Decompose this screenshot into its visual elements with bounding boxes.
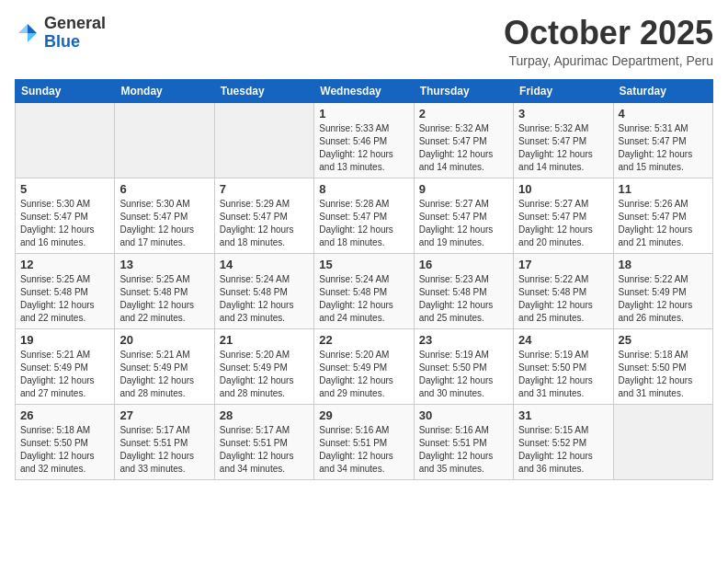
calendar-day-header: Wednesday <box>314 79 414 102</box>
calendar-cell: 15Sunrise: 5:24 AM Sunset: 5:48 PM Dayli… <box>314 253 414 328</box>
day-info: Sunrise: 5:32 AM Sunset: 5:47 PM Dayligh… <box>419 122 508 174</box>
calendar-cell: 5Sunrise: 5:30 AM Sunset: 5:47 PM Daylig… <box>16 178 115 253</box>
day-info: Sunrise: 5:19 AM Sunset: 5:50 PM Dayligh… <box>419 349 508 400</box>
logo: General Blue <box>15 15 106 52</box>
calendar-day-header: Friday <box>514 79 613 102</box>
day-info: Sunrise: 5:31 AM Sunset: 5:47 PM Dayligh… <box>619 122 708 174</box>
calendar-cell: 22Sunrise: 5:20 AM Sunset: 5:49 PM Dayli… <box>314 328 414 404</box>
day-info: Sunrise: 5:16 AM Sunset: 5:51 PM Dayligh… <box>319 424 408 476</box>
calendar-cell: 13Sunrise: 5:25 AM Sunset: 5:48 PM Dayli… <box>115 253 214 328</box>
calendar-cell: 28Sunrise: 5:17 AM Sunset: 5:51 PM Dayli… <box>214 404 313 479</box>
day-info: Sunrise: 5:28 AM Sunset: 5:47 PM Dayligh… <box>319 198 408 249</box>
calendar-cell <box>214 102 313 178</box>
page-header: General Blue October 2025 Turpay, Apurim… <box>15 15 713 68</box>
day-info: Sunrise: 5:24 AM Sunset: 5:48 PM Dayligh… <box>319 273 408 325</box>
svg-marker-1 <box>28 33 37 42</box>
svg-marker-0 <box>28 24 37 33</box>
day-number: 2 <box>419 107 508 121</box>
day-number: 30 <box>419 408 508 422</box>
logo-general: General <box>44 14 106 32</box>
day-number: 4 <box>619 107 708 121</box>
day-number: 5 <box>20 182 109 196</box>
day-number: 23 <box>419 333 508 347</box>
day-number: 16 <box>419 258 508 271</box>
day-info: Sunrise: 5:25 AM Sunset: 5:48 PM Dayligh… <box>20 273 109 325</box>
calendar-cell: 3Sunrise: 5:32 AM Sunset: 5:47 PM Daylig… <box>514 102 613 178</box>
calendar-cell: 24Sunrise: 5:19 AM Sunset: 5:50 PM Dayli… <box>514 328 613 404</box>
day-info: Sunrise: 5:16 AM Sunset: 5:51 PM Dayligh… <box>419 424 508 476</box>
day-number: 13 <box>119 258 209 271</box>
calendar-day-header: Monday <box>115 79 214 102</box>
calendar-day-header: Thursday <box>414 79 513 102</box>
day-number: 8 <box>319 182 408 196</box>
day-number: 24 <box>518 333 608 347</box>
title-block: October 2025 Turpay, Apurimac Department… <box>504 15 713 68</box>
day-info: Sunrise: 5:18 AM Sunset: 5:50 PM Dayligh… <box>619 349 708 400</box>
calendar-week-row: 5Sunrise: 5:30 AM Sunset: 5:47 PM Daylig… <box>16 178 713 253</box>
calendar-cell: 1Sunrise: 5:33 AM Sunset: 5:46 PM Daylig… <box>314 102 414 178</box>
calendar-week-row: 1Sunrise: 5:33 AM Sunset: 5:46 PM Daylig… <box>16 102 713 178</box>
day-number: 7 <box>220 182 309 196</box>
day-info: Sunrise: 5:22 AM Sunset: 5:48 PM Dayligh… <box>518 273 608 325</box>
day-info: Sunrise: 5:20 AM Sunset: 5:49 PM Dayligh… <box>319 349 408 400</box>
calendar-cell: 17Sunrise: 5:22 AM Sunset: 5:48 PM Dayli… <box>514 253 613 328</box>
day-number: 29 <box>319 408 408 422</box>
calendar-day-header: Tuesday <box>214 79 313 102</box>
day-info: Sunrise: 5:25 AM Sunset: 5:48 PM Dayligh… <box>119 273 209 325</box>
day-number: 21 <box>220 333 309 347</box>
calendar-cell: 31Sunrise: 5:15 AM Sunset: 5:52 PM Dayli… <box>514 404 613 479</box>
calendar-cell: 6Sunrise: 5:30 AM Sunset: 5:47 PM Daylig… <box>115 178 214 253</box>
day-info: Sunrise: 5:23 AM Sunset: 5:48 PM Dayligh… <box>419 273 508 325</box>
day-number: 31 <box>518 408 608 422</box>
day-info: Sunrise: 5:18 AM Sunset: 5:50 PM Dayligh… <box>20 424 109 476</box>
calendar-cell: 20Sunrise: 5:21 AM Sunset: 5:49 PM Dayli… <box>115 328 214 404</box>
calendar-week-row: 19Sunrise: 5:21 AM Sunset: 5:49 PM Dayli… <box>16 328 713 404</box>
day-info: Sunrise: 5:32 AM Sunset: 5:47 PM Dayligh… <box>518 122 608 174</box>
day-info: Sunrise: 5:20 AM Sunset: 5:49 PM Dayligh… <box>220 349 309 400</box>
month-title: October 2025 <box>504 15 713 52</box>
calendar-cell: 30Sunrise: 5:16 AM Sunset: 5:51 PM Dayli… <box>414 404 513 479</box>
calendar-cell: 16Sunrise: 5:23 AM Sunset: 5:48 PM Dayli… <box>414 253 513 328</box>
day-number: 20 <box>119 333 209 347</box>
calendar-cell: 29Sunrise: 5:16 AM Sunset: 5:51 PM Dayli… <box>314 404 414 479</box>
day-info: Sunrise: 5:27 AM Sunset: 5:47 PM Dayligh… <box>419 198 508 249</box>
day-info: Sunrise: 5:26 AM Sunset: 5:47 PM Dayligh… <box>619 198 708 249</box>
calendar-day-header: Saturday <box>613 79 712 102</box>
day-info: Sunrise: 5:15 AM Sunset: 5:52 PM Dayligh… <box>518 424 608 476</box>
calendar-cell: 18Sunrise: 5:22 AM Sunset: 5:49 PM Dayli… <box>613 253 712 328</box>
logo-text: General Blue <box>44 15 106 52</box>
calendar-cell: 19Sunrise: 5:21 AM Sunset: 5:49 PM Dayli… <box>16 328 115 404</box>
day-info: Sunrise: 5:19 AM Sunset: 5:50 PM Dayligh… <box>518 349 608 400</box>
calendar-cell: 7Sunrise: 5:29 AM Sunset: 5:47 PM Daylig… <box>214 178 313 253</box>
calendar-cell: 27Sunrise: 5:17 AM Sunset: 5:51 PM Dayli… <box>115 404 214 479</box>
logo-icon <box>15 20 40 46</box>
svg-marker-2 <box>18 24 28 33</box>
day-number: 10 <box>518 182 608 196</box>
calendar-cell: 2Sunrise: 5:32 AM Sunset: 5:47 PM Daylig… <box>414 102 513 178</box>
day-info: Sunrise: 5:22 AM Sunset: 5:49 PM Dayligh… <box>619 273 708 325</box>
day-number: 1 <box>319 107 408 121</box>
calendar-cell: 23Sunrise: 5:19 AM Sunset: 5:50 PM Dayli… <box>414 328 513 404</box>
calendar-cell <box>115 102 214 178</box>
day-number: 3 <box>518 107 608 121</box>
day-number: 27 <box>119 408 209 422</box>
calendar-cell: 21Sunrise: 5:20 AM Sunset: 5:49 PM Dayli… <box>214 328 313 404</box>
calendar-cell: 4Sunrise: 5:31 AM Sunset: 5:47 PM Daylig… <box>613 102 712 178</box>
calendar-week-row: 12Sunrise: 5:25 AM Sunset: 5:48 PM Dayli… <box>16 253 713 328</box>
calendar-day-header: Sunday <box>16 79 115 102</box>
day-info: Sunrise: 5:27 AM Sunset: 5:47 PM Dayligh… <box>518 198 608 249</box>
day-number: 11 <box>619 182 708 196</box>
calendar-week-row: 26Sunrise: 5:18 AM Sunset: 5:50 PM Dayli… <box>16 404 713 479</box>
day-info: Sunrise: 5:17 AM Sunset: 5:51 PM Dayligh… <box>119 424 209 476</box>
day-number: 14 <box>220 258 309 271</box>
day-info: Sunrise: 5:30 AM Sunset: 5:47 PM Dayligh… <box>119 198 209 249</box>
day-info: Sunrise: 5:24 AM Sunset: 5:48 PM Dayligh… <box>220 273 309 325</box>
logo-blue: Blue <box>44 32 80 51</box>
calendar-cell: 11Sunrise: 5:26 AM Sunset: 5:47 PM Dayli… <box>613 178 712 253</box>
day-number: 18 <box>619 258 708 271</box>
day-number: 25 <box>619 333 708 347</box>
calendar-header-row: SundayMondayTuesdayWednesdayThursdayFrid… <box>16 79 713 102</box>
day-number: 22 <box>319 333 408 347</box>
calendar-table: SundayMondayTuesdayWednesdayThursdayFrid… <box>15 79 713 480</box>
day-number: 17 <box>518 258 608 271</box>
